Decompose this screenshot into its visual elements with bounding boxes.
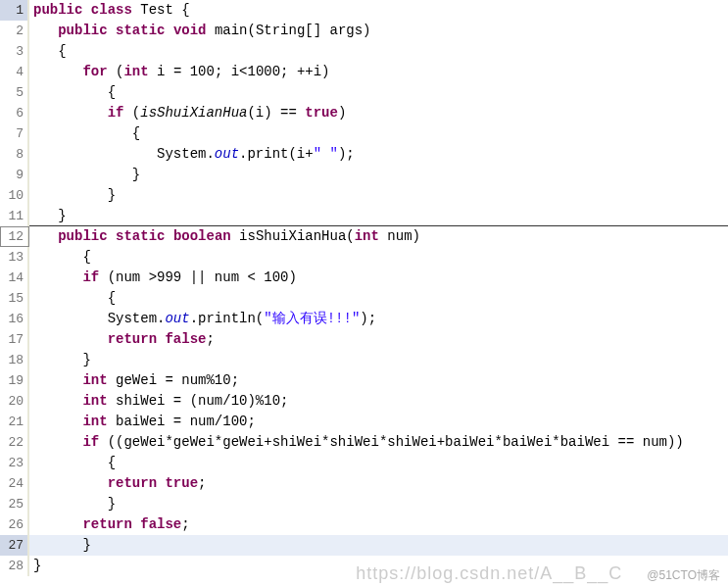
line-number: 7 [0, 123, 29, 144]
code-content: } [29, 165, 728, 185]
line-number: 19 [0, 370, 29, 391]
code-line: 8 System.out.print(i+" "); [0, 144, 728, 165]
code-content: { [29, 123, 728, 144]
code-content: return false; [29, 329, 728, 350]
code-line: 21 int baiWei = num/100; [0, 412, 728, 432]
code-content: } [29, 494, 728, 514]
line-number: 25 [0, 494, 29, 514]
code-content: for (int i = 100; i<1000; ++i) [29, 62, 728, 82]
code-content: { [29, 82, 728, 103]
line-number: 22 [0, 432, 29, 453]
code-line: 5 { [0, 82, 728, 103]
code-line: 6 if (isShuiXianHua(i) == true) [0, 103, 728, 123]
code-line: 1 public class Test { [0, 0, 728, 21]
code-line: 16 System.out.println("输入有误!!!"); [0, 309, 728, 329]
code-content: int shiWei = (num/10)%10; [29, 391, 728, 412]
code-line: 25 } [0, 494, 728, 514]
code-line: 3 { [0, 41, 728, 62]
code-content: } [29, 350, 728, 370]
line-number: 6 [0, 103, 29, 123]
line-number: 26 [0, 514, 29, 535]
line-number: 14 [0, 268, 29, 288]
code-content: if (isShuiXianHua(i) == true) [29, 103, 728, 123]
line-number: 5 [0, 82, 29, 103]
code-editor[interactable]: 1 public class Test { 2 public static vo… [0, 0, 728, 576]
code-content: System.out.println("输入有误!!!"); [29, 309, 728, 329]
code-content: return false; [29, 514, 728, 535]
code-line: 26 return false; [0, 514, 728, 535]
code-line: 27 } [0, 535, 728, 556]
code-line: 9 } [0, 165, 728, 185]
line-number: 27 [0, 535, 29, 556]
line-number: 8 [0, 144, 29, 165]
line-number: 21 [0, 412, 29, 432]
code-line: 15 { [0, 288, 728, 309]
line-number: 20 [0, 391, 29, 412]
code-line: 11 } [0, 206, 728, 226]
code-content: if (num >999 || num < 100) [29, 268, 728, 288]
line-number: 11 [0, 206, 29, 226]
code-line: 24 return true; [0, 473, 728, 494]
code-line: 23 { [0, 453, 728, 473]
line-number: 16 [0, 309, 29, 329]
code-content: public static void main(String[] args) [29, 21, 728, 41]
code-line: 19 int geWei = num%10; [0, 370, 728, 391]
line-number: 28 [0, 556, 29, 576]
code-line: 18 } [0, 350, 728, 370]
line-number: 13 [0, 247, 29, 268]
code-content: } [29, 556, 728, 576]
line-number: 10 [0, 185, 29, 206]
code-line: 13 { [0, 247, 728, 268]
code-content: { [29, 41, 728, 62]
line-number: 15 [0, 288, 29, 309]
code-content: int geWei = num%10; [29, 370, 728, 391]
line-number: 23 [0, 453, 29, 473]
code-line: 22 if ((geWei*geWei*geWei+shiWei*shiWei*… [0, 432, 728, 453]
line-number: 12 [0, 226, 29, 247]
code-line: 17 return false; [0, 329, 728, 350]
code-line: 10 } [0, 185, 728, 206]
line-number: 3 [0, 41, 29, 62]
line-number: 17 [0, 329, 29, 350]
code-content: System.out.print(i+" "); [29, 144, 728, 165]
code-line: 20 int shiWei = (num/10)%10; [0, 391, 728, 412]
code-line: 2 public static void main(String[] args) [0, 21, 728, 41]
code-line: 28 } [0, 556, 728, 576]
code-content: public static boolean isShuiXianHua(int … [29, 226, 728, 247]
code-content: } [29, 185, 728, 206]
line-number: 2 [0, 21, 29, 41]
code-line: 14 if (num >999 || num < 100) [0, 268, 728, 288]
code-content: if ((geWei*geWei*geWei+shiWei*shiWei*shi… [29, 432, 728, 453]
code-line: 4 for (int i = 100; i<1000; ++i) [0, 62, 728, 82]
code-line: 12 public static boolean isShuiXianHua(i… [0, 226, 728, 247]
code-content: } [29, 206, 728, 226]
line-number: 9 [0, 165, 29, 185]
code-content: { [29, 453, 728, 473]
code-content: { [29, 288, 728, 309]
code-content: { [29, 247, 728, 268]
code-content: public class Test { [29, 0, 728, 21]
code-line: 7 { [0, 123, 728, 144]
code-content: int baiWei = num/100; [29, 412, 728, 432]
line-number: 1 [0, 0, 29, 21]
line-number: 4 [0, 62, 29, 82]
line-number: 24 [0, 473, 29, 494]
code-content: return true; [29, 473, 728, 494]
line-number: 18 [0, 350, 29, 370]
code-content: } [29, 535, 728, 556]
